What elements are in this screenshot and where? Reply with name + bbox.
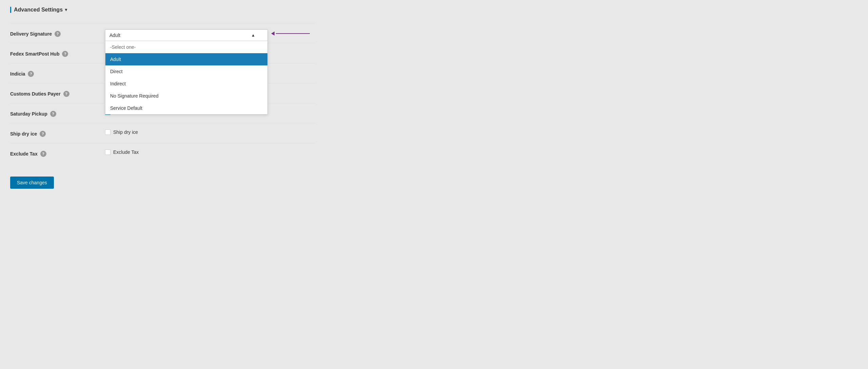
saturday-pickup-label-cell: Saturday Pickup ? [10, 109, 105, 117]
ship-dry-ice-help-icon[interactable]: ? [40, 131, 46, 137]
ship-dry-ice-checkbox-label: Ship dry ice [113, 129, 138, 135]
ship-dry-ice-checkbox-wrapper: Ship dry ice [105, 129, 315, 135]
exclude-tax-label-cell: Exclude Tax ? [10, 149, 105, 157]
saturday-pickup-help-icon[interactable]: ? [50, 111, 56, 117]
dropdown-items-list: -Select one- Adult Direct Indirect No Si… [105, 41, 267, 114]
ship-dry-ice-control: Ship dry ice [105, 129, 315, 135]
exclude-tax-checkbox-label: Exclude Tax [113, 149, 139, 155]
fedex-smartpost-label-cell: Fedex SmartPost Hub ? [10, 49, 105, 57]
delivery-signature-label-cell: Delivery Signature ? [10, 29, 105, 37]
save-changes-button[interactable]: Save changes [10, 177, 54, 189]
customs-duties-label-cell: Customs Duties Payer ? [10, 89, 105, 97]
dropdown-selected-value: Adult [109, 33, 120, 38]
ship-dry-ice-label-cell: Ship dry ice ? [10, 129, 105, 137]
section-title: Advanced Settings [14, 7, 63, 13]
section-header[interactable]: Advanced Settings▼ [10, 7, 315, 13]
indicia-label: Indicia [10, 71, 25, 77]
customs-duties-help-icon[interactable]: ? [63, 91, 69, 97]
page-container: Advanced Settings▼ Delivery Signature ? … [10, 7, 315, 196]
arrow-line [276, 33, 310, 34]
delivery-signature-help-icon[interactable]: ? [55, 31, 61, 37]
exclude-tax-label: Exclude Tax [10, 151, 38, 157]
dropdown-item-adult[interactable]: Adult [105, 53, 267, 65]
dropdown-item-direct[interactable]: Direct [105, 65, 267, 78]
dropdown-arrow-annotation [271, 32, 310, 36]
dropdown-arrow-up-icon: ▲ [251, 33, 255, 38]
dropdown-item-indirect[interactable]: Indirect [105, 78, 267, 90]
fedex-smartpost-label: Fedex SmartPost Hub [10, 51, 59, 57]
delivery-signature-row: Delivery Signature ? Adult ▲ -Select one… [10, 23, 315, 43]
arrow-head-icon [271, 32, 275, 36]
dropdown-item-no-signature[interactable]: No Signature Required [105, 90, 267, 102]
save-button-container: Save changes [10, 163, 315, 196]
ship-dry-ice-row: Ship dry ice ? Ship dry ice [10, 123, 315, 143]
exclude-tax-checkbox-wrapper: Exclude Tax [105, 149, 315, 155]
saturday-pickup-label: Saturday Pickup [10, 111, 47, 117]
exclude-tax-row: Exclude Tax ? Exclude Tax [10, 143, 315, 163]
dropdown-item-placeholder[interactable]: -Select one- [105, 41, 267, 53]
delivery-signature-dropdown-open[interactable]: Adult ▲ -Select one- Adult Direct Indire… [105, 29, 268, 115]
dropdown-item-service-default[interactable]: Service Default [105, 102, 267, 114]
section-chevron: ▼ [64, 7, 68, 12]
ship-dry-ice-label: Ship dry ice [10, 131, 37, 137]
fedex-smartpost-help-icon[interactable]: ? [62, 51, 68, 57]
customs-duties-label: Customs Duties Payer [10, 91, 61, 97]
indicia-help-icon[interactable]: ? [28, 71, 34, 77]
indicia-label-cell: Indicia ? [10, 69, 105, 77]
exclude-tax-checkbox[interactable] [105, 149, 110, 155]
exclude-tax-help-icon[interactable]: ? [40, 151, 46, 157]
dropdown-header[interactable]: Adult ▲ [105, 30, 267, 41]
ship-dry-ice-checkbox[interactable] [105, 129, 110, 135]
exclude-tax-control: Exclude Tax [105, 149, 315, 155]
delivery-signature-label: Delivery Signature [10, 31, 52, 37]
